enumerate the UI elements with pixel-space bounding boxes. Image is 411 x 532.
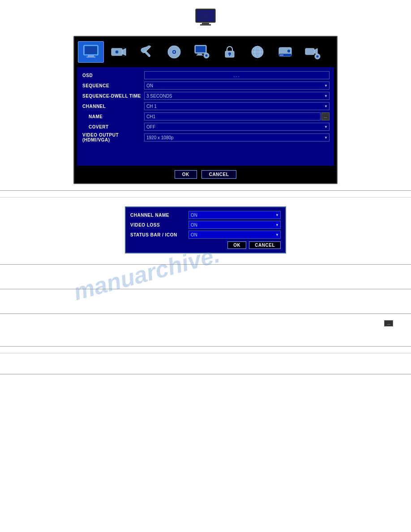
nav-icon-storage[interactable] <box>272 41 298 63</box>
osd-row-channelname: CHANNEL NAME ON <box>130 211 281 219</box>
nav-icon-monitor-settings[interactable] <box>189 41 215 63</box>
nav-icon-network[interactable] <box>244 41 270 63</box>
desc-section-4 <box>13 356 398 368</box>
value-covert[interactable]: OFF <box>144 123 330 131</box>
label-sequence: SEQUENCE <box>81 83 144 88</box>
svg-rect-8 <box>88 56 94 57</box>
svg-point-16 <box>173 51 175 53</box>
setting-row-channel: CHANNEL CH 1 <box>81 102 330 111</box>
svg-rect-7 <box>85 46 97 54</box>
divider-6 <box>0 346 411 347</box>
svg-rect-34 <box>280 55 283 56</box>
setting-row-sequence: SEQUENCE ON <box>81 81 330 90</box>
nav-icon-display[interactable] <box>78 41 104 63</box>
setting-row-dwell: SEQUENCE-DWELL TIME 3 SECONDS <box>81 91 330 100</box>
divider-1 <box>0 190 411 191</box>
desc-text-1 <box>13 273 398 281</box>
setting-row-osd: OSD ... <box>81 71 330 80</box>
divider-7 <box>0 353 411 353</box>
nav-icon-camera[interactable] <box>106 41 132 63</box>
osd-ok-button[interactable]: OK <box>227 241 246 249</box>
name-browse-button[interactable]: ... <box>321 112 330 120</box>
nav-bar <box>77 39 334 64</box>
osd-panel-container: CHANNEL NAME ON VIDEO LOSS ON STATUS BAR… <box>0 202 411 258</box>
osd-panel: CHANNEL NAME ON VIDEO LOSS ON STATUS BAR… <box>125 206 286 253</box>
svg-point-38 <box>317 56 319 58</box>
osd-value-statusbar[interactable]: ON <box>188 231 281 239</box>
desc-text-4 <box>13 358 398 366</box>
label-name: NAME <box>81 114 144 119</box>
desc-section-3 <box>13 328 398 340</box>
svg-marker-11 <box>122 48 126 56</box>
osd-cancel-button[interactable]: CANCEL <box>249 241 281 249</box>
svg-rect-13 <box>144 51 150 57</box>
osd-row-statusbar: STATUS BAR / ICON ON <box>130 231 281 239</box>
panel-buttons: OK CANCEL <box>77 166 334 180</box>
ok-button[interactable]: OK <box>175 170 197 179</box>
divider-5 <box>0 313 411 314</box>
value-osd[interactable]: ... <box>144 71 330 79</box>
label-channel: CHANNEL <box>81 104 144 109</box>
svg-point-33 <box>287 49 291 53</box>
value-name[interactable]: CH1 <box>144 112 321 120</box>
dvr-panel: OSD ... SEQUENCE ON SEQUENCE-DWELL TIME … <box>73 36 338 184</box>
divider-3 <box>0 264 411 265</box>
inline-icon-ref: ... <box>0 320 393 326</box>
desc-section-2 <box>13 296 398 307</box>
label-dwell: SEQUENCE-DWELL TIME <box>81 94 144 99</box>
monitor-icon-large <box>195 8 216 27</box>
nav-icon-settings[interactable] <box>133 41 159 63</box>
value-dwell[interactable]: 3 SECONDS <box>144 92 330 100</box>
desc-text-2 <box>13 297 398 305</box>
svg-rect-3 <box>200 24 211 26</box>
svg-rect-18 <box>196 46 206 52</box>
svg-rect-9 <box>86 57 95 58</box>
value-channel[interactable]: CH 1 <box>144 102 330 110</box>
label-videooutput: VIDEO OUTPUT (HDMI/VGA) <box>81 133 144 142</box>
svg-point-22 <box>206 55 208 57</box>
nav-icon-camera2[interactable] <box>300 41 326 63</box>
divider-8 <box>0 374 411 374</box>
svg-rect-35 <box>305 48 314 55</box>
osd-label-videoloss: VIDEO LOSS <box>130 223 188 227</box>
nav-icon-security[interactable] <box>217 41 243 63</box>
setting-row-name: NAME CH1 ... <box>81 112 330 121</box>
top-icon-area <box>0 0 411 31</box>
setting-row-covert: COVERT OFF <box>81 122 330 131</box>
osd-value-channelname[interactable]: ON <box>188 211 281 219</box>
desc-text-3 <box>13 330 398 338</box>
osd-label-channelname: CHANNEL NAME <box>130 213 188 218</box>
value-sequence[interactable]: ON <box>144 82 330 90</box>
nav-icon-record[interactable] <box>161 41 187 63</box>
osd-label-statusbar: STATUS BAR / ICON <box>130 232 188 237</box>
value-videooutput[interactable]: 1920 x 1080p <box>144 133 330 142</box>
svg-rect-19 <box>197 54 202 55</box>
label-osd: OSD <box>81 73 144 78</box>
osd-buttons: OK CANCEL <box>130 241 281 249</box>
setting-row-videooutput: VIDEO OUTPUT (HDMI/VGA) 1920 x 1080p <box>81 133 330 142</box>
osd-value-videoloss[interactable]: ON <box>188 221 281 229</box>
svg-rect-20 <box>197 55 203 56</box>
divider-4 <box>0 289 411 289</box>
cancel-button[interactable]: CANCEL <box>201 170 237 179</box>
svg-rect-2 <box>202 23 209 24</box>
svg-point-12 <box>115 50 119 54</box>
settings-area: OSD ... SEQUENCE ON SEQUENCE-DWELL TIME … <box>77 67 334 166</box>
divider-2 <box>0 197 411 197</box>
osd-row-videoloss: VIDEO LOSS ON <box>130 221 281 229</box>
small-dots-button[interactable]: ... <box>384 320 393 326</box>
desc-section-1 <box>13 271 398 283</box>
label-covert: COVERT <box>81 124 144 129</box>
